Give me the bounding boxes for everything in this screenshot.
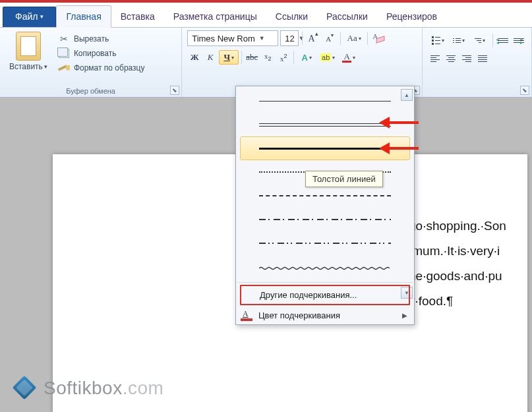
eraser-icon	[372, 33, 384, 44]
bold-button[interactable]: Ж	[187, 50, 202, 65]
more-underlines-command[interactable]: Другие подчеркивания...	[240, 285, 410, 305]
tab-home[interactable]: Главная	[56, 5, 111, 28]
underline-color-label: Цвет подчеркивания	[258, 310, 340, 320]
multilevel-list-button[interactable]: ▾	[470, 33, 490, 47]
decrease-indent-button[interactable]: ◂	[496, 33, 510, 47]
superscript-button[interactable]: x2	[276, 50, 291, 65]
copy-button[interactable]: Копировать	[55, 47, 148, 59]
superscript-icon: x2	[280, 53, 287, 63]
paste-button[interactable]: Вставить ▾	[5, 30, 51, 73]
underline-wave[interactable]	[240, 255, 410, 279]
watermark-domain: .com	[123, 378, 164, 398]
underline-color-command[interactable]: Цвет подчеркивания ▶	[236, 307, 414, 324]
increase-indent-button[interactable]: ▸	[512, 33, 526, 47]
numbering-button[interactable]: ▾	[449, 33, 469, 47]
document-text[interactable]: go·shopping.·Son ·mum.·It·is·very·i he·g…	[409, 214, 521, 314]
subscript-button[interactable]: x2	[260, 50, 275, 65]
group-paragraph-label	[428, 86, 526, 97]
clipboard-dialog-launcher[interactable]: ⬊	[170, 86, 179, 95]
align-left-icon	[430, 55, 440, 62]
paste-icon	[16, 32, 41, 61]
font-size-value: 12	[285, 34, 294, 44]
underline-button[interactable]: Ч ▾	[219, 50, 239, 65]
separator	[492, 34, 493, 47]
separator	[302, 32, 303, 45]
change-case-icon: Aa	[347, 33, 357, 44]
chevron-right-icon: ▶	[402, 312, 407, 319]
align-right-button[interactable]	[459, 51, 474, 66]
format-painter-button[interactable]: Формат по образцу	[55, 62, 148, 74]
italic-button[interactable]: К	[203, 50, 218, 65]
watermark-logo-icon	[13, 376, 37, 400]
change-case-button[interactable]: Aa▾	[344, 31, 364, 45]
text-line: y·food.¶	[409, 289, 521, 314]
copy-label: Копировать	[74, 49, 117, 58]
italic-icon: К	[208, 52, 214, 63]
separator	[367, 32, 368, 45]
line-single-icon	[259, 101, 391, 102]
tab-insert[interactable]: Вставка	[111, 6, 164, 27]
cut-label: Вырезать	[74, 34, 109, 44]
text-effects-button[interactable]: A▾	[297, 50, 316, 65]
text-line: he·goods·and·pu	[409, 264, 521, 289]
bullets-button[interactable]: ▾	[428, 33, 448, 47]
font-name-combo[interactable]: Times New Rom ▼	[187, 30, 278, 46]
strikethrough-icon: abc	[246, 52, 258, 63]
caret-down-icon: ▾	[40, 13, 44, 20]
line-wave-icon	[259, 261, 391, 273]
caret-down-icon: ▾	[359, 36, 361, 42]
underline-single[interactable]	[240, 89, 410, 113]
underline-dashed[interactable]	[240, 184, 410, 208]
shrink-font-button[interactable]: A▾	[322, 31, 337, 45]
caret-down-icon: ▾	[483, 38, 485, 44]
align-center-button[interactable]	[444, 51, 458, 66]
caret-down-icon: ▾	[462, 38, 465, 44]
separator	[293, 51, 294, 64]
align-right-icon	[462, 55, 471, 62]
justify-button[interactable]	[475, 51, 490, 66]
separator	[237, 282, 413, 283]
tab-file-label: Файл	[15, 11, 38, 22]
text-line: go·shopping.·Son	[409, 214, 521, 239]
watermark-name: Softikbox	[44, 378, 123, 398]
shrink-font-icon: A▾	[326, 34, 334, 43]
font-name-value: Times New Rom	[192, 34, 255, 44]
line-double-icon	[259, 123, 391, 127]
highlight-button[interactable]: ab▾	[318, 50, 338, 65]
bold-icon: Ж	[191, 52, 199, 63]
scissors-icon: ✂	[58, 34, 70, 44]
cut-button[interactable]: ✂ Вырезать	[55, 33, 148, 45]
clear-formatting-button[interactable]	[371, 31, 386, 45]
highlight-icon: ab	[320, 53, 331, 61]
align-left-button[interactable]	[428, 51, 442, 66]
text-line: ·mum.·It·is·very·i	[409, 239, 521, 264]
group-clipboard: Вставить ▾ ✂ Вырезать Копировать Формат …	[0, 28, 182, 97]
line-dashdotdot-icon	[259, 243, 391, 244]
strikethrough-button[interactable]: abc	[245, 50, 259, 65]
caret-down-icon: ▼	[297, 35, 305, 42]
caret-down-icon: ▾	[442, 38, 444, 44]
tab-file[interactable]: Файл ▾	[3, 7, 56, 27]
underline-dash-dot[interactable]	[240, 208, 410, 231]
tab-mailings[interactable]: Рассылки	[317, 6, 377, 27]
underline-icon: Ч	[223, 52, 230, 63]
tab-references[interactable]: Ссылки	[266, 6, 317, 27]
annotation-arrow	[379, 117, 419, 129]
group-clipboard-label: Буфер обмена	[5, 86, 176, 97]
font-size-combo[interactable]: 12 ▼	[280, 30, 299, 46]
more-underlines-label: Другие подчеркивания...	[260, 290, 357, 300]
tab-review[interactable]: Рецензиров	[377, 6, 446, 27]
caret-down-icon: ▾	[231, 55, 234, 61]
grow-font-button[interactable]: A▴	[306, 31, 320, 45]
paragraph-dialog-launcher[interactable]: ⬊	[520, 86, 529, 95]
caret-down-icon: ▾	[332, 55, 335, 61]
underline-dash-dot-dot[interactable]	[240, 231, 410, 255]
format-painter-label: Формат по образцу	[74, 63, 145, 73]
separator	[241, 51, 242, 64]
grow-font-icon: A▴	[309, 32, 318, 44]
font-color-icon: A	[342, 52, 351, 63]
tab-page-layout[interactable]: Разметка страницы	[164, 6, 266, 27]
font-color-button[interactable]: A▾	[339, 50, 359, 65]
numbering-icon	[453, 38, 461, 43]
line-thick-icon	[259, 148, 391, 150]
